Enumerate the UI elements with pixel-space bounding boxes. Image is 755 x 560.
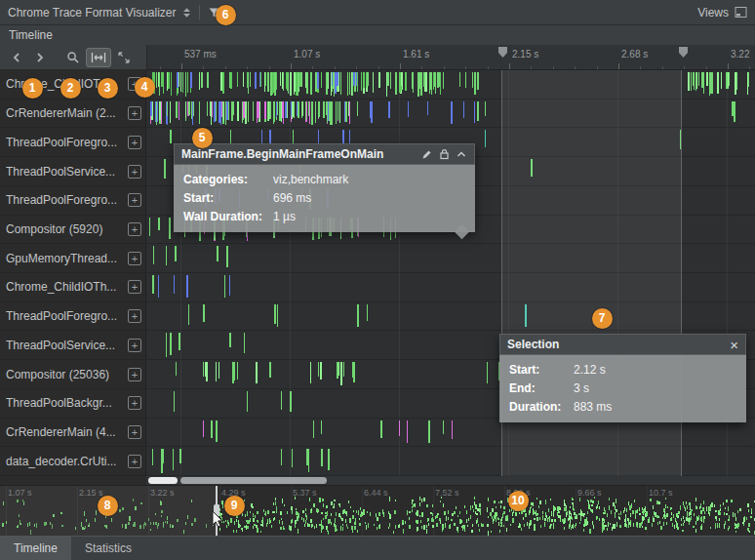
trace-mark[interactable] <box>230 72 232 89</box>
trace-mark[interactable] <box>279 101 281 121</box>
trace-mark[interactable] <box>367 72 369 86</box>
trace-mark[interactable] <box>452 420 453 440</box>
trace-mark[interactable] <box>276 72 277 90</box>
trace-mark[interactable] <box>428 420 430 443</box>
trace-mark[interactable] <box>318 362 319 377</box>
trace-mark[interactable] <box>162 449 163 472</box>
trace-mark[interactable] <box>388 101 390 118</box>
trace-mark[interactable] <box>287 101 288 118</box>
trace-mark[interactable] <box>459 72 460 87</box>
trace-mark[interactable] <box>294 72 295 95</box>
trace-mark[interactable] <box>188 101 190 116</box>
trace-mark[interactable] <box>401 72 403 86</box>
track-lane[interactable] <box>146 302 755 331</box>
trace-mark[interactable] <box>250 72 251 87</box>
trace-mark[interactable] <box>156 72 157 88</box>
trace-mark[interactable] <box>237 72 238 87</box>
trace-mark[interactable] <box>319 101 320 118</box>
trace-mark[interactable] <box>315 101 316 123</box>
trace-mark[interactable] <box>225 101 226 117</box>
trace-mark[interactable] <box>335 72 337 94</box>
trace-mark[interactable] <box>531 159 533 177</box>
trace-mark[interactable] <box>283 101 284 124</box>
trace-mark[interactable] <box>185 101 186 118</box>
selection-marker-pin[interactable] <box>498 47 507 58</box>
trace-mark[interactable] <box>253 101 254 121</box>
trace-mark[interactable] <box>407 420 408 444</box>
trace-mark[interactable] <box>274 101 275 122</box>
trace-mark[interactable] <box>152 275 154 294</box>
expand-track-icon[interactable]: + <box>128 106 141 120</box>
trace-mark[interactable] <box>465 72 466 88</box>
trace-mark[interactable] <box>305 72 306 88</box>
trace-mark[interactable] <box>281 391 282 410</box>
expand-track-icon[interactable]: + <box>128 455 141 468</box>
trace-mark[interactable] <box>277 304 278 327</box>
trace-mark[interactable] <box>173 449 174 470</box>
trace-mark[interactable] <box>349 72 350 95</box>
trace-mark[interactable] <box>158 218 160 231</box>
trace-mark[interactable] <box>270 72 272 96</box>
trace-mark[interactable] <box>485 101 486 116</box>
collapse-chevron-icon[interactable] <box>456 149 467 159</box>
trace-mark[interactable] <box>298 101 299 119</box>
track-label[interactable]: ThreadPoolForegro...+ <box>0 302 146 331</box>
tab-statistics[interactable]: Statistics <box>71 537 145 560</box>
trace-mark[interactable] <box>245 101 247 125</box>
expand-track-icon[interactable]: + <box>128 222 141 236</box>
trace-mark[interactable] <box>170 101 171 123</box>
trace-mark[interactable] <box>357 101 358 116</box>
trace-mark[interactable] <box>290 72 292 96</box>
trace-mark[interactable] <box>199 101 200 122</box>
trace-mark[interactable] <box>159 101 161 120</box>
trace-mark[interactable] <box>361 72 362 91</box>
track-lane[interactable] <box>146 244 755 272</box>
trace-mark[interactable] <box>321 72 322 88</box>
trace-mark[interactable] <box>332 101 333 124</box>
trace-mark[interactable] <box>338 362 339 376</box>
trace-mark[interactable] <box>290 391 292 412</box>
trace-mark[interactable] <box>179 449 181 463</box>
expand-track-icon[interactable]: + <box>128 280 141 294</box>
trace-mark[interactable] <box>300 72 301 86</box>
trace-mark[interactable] <box>176 362 177 376</box>
trace-mark[interactable] <box>327 101 328 124</box>
trace-mark[interactable] <box>695 72 696 91</box>
trace-mark[interactable] <box>691 72 692 91</box>
next-arrow-icon[interactable] <box>29 48 51 67</box>
track-label[interactable]: GpuMemoryThread...+ <box>0 244 146 272</box>
trace-mark[interactable] <box>248 101 249 123</box>
trace-mark[interactable] <box>177 72 179 88</box>
trace-mark[interactable] <box>487 362 488 383</box>
trace-mark[interactable] <box>357 304 359 327</box>
trace-mark[interactable] <box>301 101 302 118</box>
trace-mark[interactable] <box>175 246 177 261</box>
trace-mark[interactable] <box>203 304 205 322</box>
search-icon[interactable] <box>62 48 84 67</box>
trace-mark[interactable] <box>363 72 365 88</box>
trace-mark[interactable] <box>222 72 224 94</box>
trace-mark[interactable] <box>219 101 220 123</box>
trace-mark[interactable] <box>735 72 736 95</box>
trace-mark[interactable] <box>709 72 710 96</box>
trace-mark[interactable] <box>317 72 319 89</box>
trace-mark[interactable] <box>417 72 419 97</box>
trace-mark[interactable] <box>158 72 159 87</box>
zoom-to-selection-icon[interactable] <box>113 48 135 67</box>
trace-mark[interactable] <box>387 72 389 86</box>
trace-mark[interactable] <box>153 246 154 264</box>
trace-mark[interactable] <box>703 72 704 94</box>
trace-mark[interactable] <box>706 72 708 86</box>
trace-mark[interactable] <box>169 218 171 240</box>
trace-mark[interactable] <box>340 72 341 95</box>
trace-mark[interactable] <box>179 333 180 349</box>
trace-mark[interactable] <box>302 101 303 116</box>
trace-mark[interactable] <box>281 101 282 123</box>
trace-mark[interactable] <box>207 101 208 117</box>
trace-mark[interactable] <box>232 362 234 383</box>
trace-mark[interactable] <box>180 72 181 92</box>
trace-mark[interactable] <box>337 72 338 86</box>
trace-mark[interactable] <box>353 72 355 86</box>
trace-mark[interactable] <box>211 420 213 438</box>
trace-mark[interactable] <box>688 72 690 91</box>
